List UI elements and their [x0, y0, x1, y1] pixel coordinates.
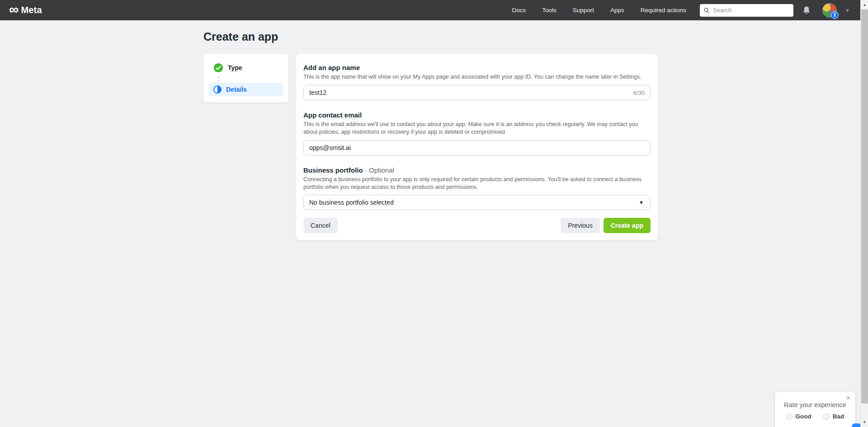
nav-link-apps[interactable]: Apps — [610, 7, 624, 14]
scrollbar[interactable]: ▲ ▼ — [860, 0, 868, 427]
create-app-button[interactable]: Create app — [604, 218, 651, 233]
app-name-input[interactable] — [303, 85, 651, 100]
contact-email-description: This is the email address we'll use to c… — [303, 121, 651, 136]
scroll-up-icon: ▲ — [863, 3, 867, 7]
contact-email-label: App contact email — [303, 111, 651, 119]
form-footer: Cancel Previous Create app — [303, 218, 651, 233]
app-name-label: Add an app name — [303, 64, 651, 71]
nav-link-support[interactable]: Support — [573, 7, 594, 14]
search-input[interactable] — [713, 7, 790, 14]
check-circle-icon — [213, 63, 223, 73]
optional-tag: · Optional — [365, 166, 394, 174]
app-name-description: This is the app name that will show on y… — [303, 73, 651, 81]
step-connector — [209, 75, 283, 83]
scroll-up-button[interactable]: ▲ — [861, 1, 868, 9]
user-avatar[interactable]: f — [822, 3, 837, 18]
meta-logo-text: Meta — [21, 5, 42, 15]
radio-bad[interactable] — [823, 413, 830, 420]
top-navbar: ∞ Meta Docs Tools Support Apps Required … — [0, 0, 868, 20]
page-root: ∞ Meta Docs Tools Support Apps Required … — [0, 0, 868, 427]
facebook-badge-icon: f — [831, 11, 839, 19]
previous-button[interactable]: Previous — [561, 218, 599, 233]
profile-menu-caret-icon[interactable]: ▼ — [845, 8, 850, 13]
search-box[interactable] — [700, 4, 793, 17]
scroll-down-icon: ▼ — [863, 420, 867, 424]
chevron-down-icon: ▼ — [639, 200, 644, 205]
business-portfolio-selected-value: No business portfolio selected — [309, 199, 394, 206]
half-progress-icon — [213, 85, 222, 94]
app-name-field: Add an app name This is the app name tha… — [303, 64, 651, 100]
nav-link-required-actions[interactable]: Required actions — [641, 7, 686, 14]
contact-email-input[interactable] — [303, 140, 651, 155]
contact-email-field: App contact email This is the email addr… — [303, 111, 651, 155]
feedback-widget: ✕ Rate your experience Good Bad — [775, 392, 855, 427]
business-portfolio-label: Business portfolio · Optional — [303, 166, 651, 174]
notifications-bell-icon[interactable] — [802, 5, 812, 16]
step-details[interactable]: Details — [209, 83, 283, 96]
create-app-form: Add an app name This is the app name tha… — [296, 54, 658, 240]
business-portfolio-field: Business portfolio · Optional Connecting… — [303, 166, 651, 211]
feedback-option-good[interactable]: Good — [786, 413, 811, 420]
char-counter: 6/30 — [633, 89, 645, 96]
close-icon[interactable]: ✕ — [846, 394, 851, 401]
page-title: Create an app — [203, 30, 868, 43]
meta-infinity-icon: ∞ — [9, 3, 19, 16]
step-type[interactable]: Type — [209, 60, 283, 75]
feedback-bad-label: Bad — [833, 413, 844, 420]
scroll-down-button[interactable]: ▼ — [861, 418, 868, 426]
feedback-good-label: Good — [796, 413, 811, 420]
business-portfolio-description: Connecting a business portfolio to your … — [303, 176, 651, 191]
meta-logo[interactable]: ∞ Meta — [9, 4, 42, 17]
nav-link-tools[interactable]: Tools — [542, 7, 557, 14]
cancel-button[interactable]: Cancel — [303, 218, 338, 233]
business-portfolio-select[interactable]: No business portfolio selected ▼ — [303, 195, 651, 210]
search-icon — [703, 7, 710, 14]
step-details-label: Details — [226, 86, 247, 93]
main-content: Create an app Type Details — [0, 20, 868, 240]
feedback-title: Rate your experience — [780, 401, 850, 408]
scrollbar-thumb[interactable] — [861, 9, 868, 404]
step-type-label: Type — [228, 64, 242, 71]
nav-links: Docs Tools Support Apps Required actions — [512, 7, 686, 14]
nav-link-docs[interactable]: Docs — [512, 7, 526, 14]
feedback-option-bad[interactable]: Bad — [823, 413, 844, 420]
stepper: Type Details — [203, 54, 288, 103]
radio-good[interactable] — [786, 413, 793, 420]
